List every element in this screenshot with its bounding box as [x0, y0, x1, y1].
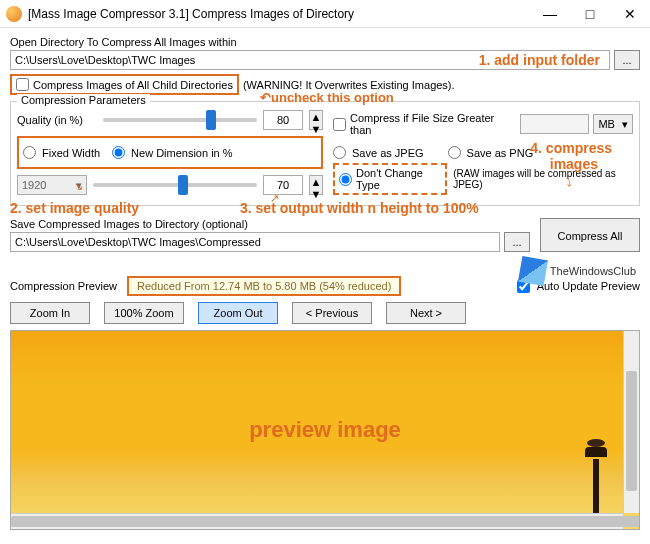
dont-change-type-label: Don't Change Type	[356, 167, 441, 191]
save-jpeg-label: Save as JPEG	[352, 147, 424, 159]
new-dimension-label: New Dimension in %	[131, 147, 232, 159]
browse-output-button[interactable]: ...	[504, 232, 530, 252]
minimize-button[interactable]: —	[530, 0, 570, 28]
dimension-slider[interactable]	[93, 183, 257, 187]
width-dropdown[interactable]: 1920▾	[17, 175, 87, 195]
next-button[interactable]: Next >	[386, 302, 466, 324]
previous-button[interactable]: < Previous	[292, 302, 372, 324]
compression-params-group: Compression Parameters Quality (in %) 80…	[10, 101, 640, 206]
fixed-width-label: Fixed Width	[42, 147, 100, 159]
save-png-radio[interactable]	[448, 146, 461, 159]
browse-input-button[interactable]: ...	[614, 50, 640, 70]
dimension-value[interactable]: 70	[263, 175, 303, 195]
compress-all-button[interactable]: Compress All	[540, 218, 640, 252]
save-jpeg-radio[interactable]	[333, 146, 346, 159]
dont-change-type-radio[interactable]	[339, 173, 352, 186]
quality-slider[interactable]	[103, 118, 257, 122]
watermark: TheWindowsClub	[520, 258, 636, 284]
window-title: [Mass Image Compressor 3.1] Compress Ima…	[28, 7, 530, 21]
new-dimension-radio[interactable]	[112, 146, 125, 159]
preview-legend: Compression Preview	[10, 280, 117, 292]
preview-annotation: preview image	[249, 417, 401, 443]
size-filter-label: Compress if File Size Greater than	[350, 112, 516, 136]
save-png-label: Save as PNG	[467, 147, 534, 159]
child-dirs-label: Compress Images of All Child Directories	[33, 79, 233, 91]
quality-spinner[interactable]: ▲▼	[309, 110, 323, 130]
zoom-in-button[interactable]: Zoom In	[10, 302, 90, 324]
size-filter-input[interactable]	[520, 114, 589, 134]
open-dir-label: Open Directory To Compress All Images wi…	[10, 36, 640, 48]
size-unit-dropdown[interactable]: MB▾	[593, 114, 633, 134]
compression-status: Reduced From 12.74 MB to 5.80 MB (54% re…	[127, 276, 401, 296]
zoom-out-button[interactable]: Zoom Out	[198, 302, 278, 324]
maximize-button[interactable]: □	[570, 0, 610, 28]
input-dir-field[interactable]	[10, 50, 610, 70]
size-filter-checkbox[interactable]	[333, 118, 346, 131]
watermark-icon	[518, 256, 548, 286]
vertical-scrollbar[interactable]	[623, 331, 639, 513]
params-legend: Compression Parameters	[17, 94, 150, 106]
child-dirs-checkbox[interactable]	[16, 78, 29, 91]
titlebar: [Mass Image Compressor 3.1] Compress Ima…	[0, 0, 650, 28]
quality-value[interactable]: 80	[263, 110, 303, 130]
horizontal-scrollbar[interactable]	[11, 513, 623, 529]
preview-pane: preview image	[10, 330, 640, 530]
dimension-spinner[interactable]: ▲▼	[309, 175, 323, 195]
fixed-width-radio[interactable]	[23, 146, 36, 159]
preview-toolbar: Zoom In 100% Zoom Zoom Out < Previous Ne…	[10, 302, 640, 324]
save-dir-label: Save Compressed Images to Directory (opt…	[10, 218, 530, 230]
close-button[interactable]: ✕	[610, 0, 650, 28]
zoom-100-button[interactable]: 100% Zoom	[104, 302, 184, 324]
output-dir-field[interactable]	[10, 232, 500, 252]
dont-change-note: (RAW images will be compressed as JPEG)	[453, 168, 633, 190]
app-icon	[6, 6, 22, 22]
child-dirs-warning: (WARNING! It Overwrites Existing Images)…	[243, 79, 455, 91]
quality-label: Quality (in %)	[17, 114, 97, 126]
